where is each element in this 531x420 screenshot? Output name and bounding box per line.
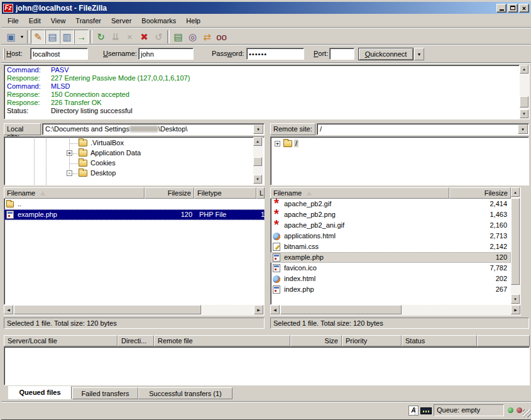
tree-item-label[interactable]: .VirtualBox [89, 139, 125, 146]
menu-item-transfer[interactable]: Transfer [70, 16, 106, 26]
menu-item-edit[interactable]: Edit [24, 16, 46, 26]
toggle-local-tree-button[interactable]: ▤ [45, 30, 60, 44]
scroll-up-arrow[interactable]: ▲ [511, 187, 520, 197]
local-column-header-filetype[interactable]: Filetype [194, 187, 256, 199]
port-input[interactable] [329, 48, 354, 60]
queue-column-status[interactable]: Status [402, 335, 477, 346]
queue-column-priority[interactable]: Priority [342, 335, 402, 346]
tree-expander-icon[interactable]: + [275, 141, 280, 146]
local-site-combo[interactable]: C:\Documents and Settings\Desktop\ ▼ [42, 123, 265, 135]
local-file-row[interactable]: .. [4, 199, 265, 209]
message-log: Command:PASVResponse:227 Entering Passiv… [4, 65, 520, 119]
directory-comparison-button[interactable]: ◎ [185, 30, 200, 44]
tree-item-label[interactable]: Cookies [89, 159, 117, 167]
tree-expander-icon[interactable]: + [67, 150, 72, 156]
local-column-header-filesize[interactable]: Filesize [145, 187, 194, 199]
chevron-down-icon[interactable]: ▼ [253, 124, 263, 134]
remote-list-hscrollbar[interactable]: ◀ ▶ [270, 305, 521, 316]
scroll-thumb[interactable] [280, 305, 402, 314]
remote-file-row[interactable]: *apache_pb2_ani.gif2,160 [270, 220, 511, 231]
scroll-left-arrow[interactable]: ◀ [270, 305, 280, 314]
queue-column-size[interactable]: Size [290, 335, 342, 346]
close-button[interactable]: × [519, 4, 529, 13]
local-tree-scrollbar[interactable]: ▲ ▼ [253, 137, 263, 185]
scroll-thumb[interactable] [520, 96, 528, 108]
local-list-hscrollbar[interactable]: ◀ ▶ [4, 305, 265, 316]
remote-file-row[interactable]: example.php120 [270, 252, 511, 263]
scroll-thumb[interactable] [511, 198, 520, 285]
filter-button[interactable]: ▤ [171, 30, 185, 44]
scroll-thumb[interactable] [253, 157, 262, 166]
queue-column-directi[interactable]: Directi... [118, 335, 154, 346]
toggle-remote-tree-button[interactable]: ▥ [60, 30, 74, 44]
minimize-button[interactable] [496, 4, 506, 13]
local-tree-item-cookies[interactable]: Cookies [4, 158, 264, 169]
menu-item-server[interactable]: Server [106, 16, 136, 26]
synchronized-browsing-button[interactable]: ⇄ [200, 30, 214, 44]
log-line-text: 226 Transfer OK [51, 99, 102, 107]
filezilla-logo-icon[interactable]: Fz [3, 4, 13, 13]
queue-column-blank[interactable] [477, 335, 530, 346]
remote-file-row[interactable]: bitnami.css2,142 [270, 241, 511, 252]
local-tree-item-application-data[interactable]: +Application Data [4, 148, 264, 158]
password-input[interactable] [246, 48, 304, 60]
remote-file-row[interactable]: index.html202 [270, 274, 511, 284]
local-file-row[interactable]: example.php120PHP File1 [4, 209, 265, 220]
sort-ascending-icon [307, 191, 312, 196]
remote-column-header-filesize[interactable]: Filesize [449, 187, 511, 199]
quickconnect-button[interactable]: Quickconnect [358, 48, 413, 60]
tree-item-label[interactable]: Desktop [89, 169, 117, 177]
tab-failed-transfers[interactable]: Failed transfers [72, 387, 138, 399]
maximize-button[interactable] [508, 4, 518, 13]
tab-queued-files[interactable]: Queued files [8, 386, 72, 399]
cancel-button: × [123, 30, 137, 44]
scroll-down-arrow[interactable]: ▼ [253, 175, 262, 184]
tree-expander-icon[interactable]: - [67, 170, 72, 176]
remote-column-header-filename[interactable]: Filename [270, 187, 449, 199]
local-column-header-l[interactable]: L [256, 187, 265, 199]
local-tree-item-desktop[interactable]: -Desktop [4, 169, 264, 179]
scroll-up-arrow[interactable]: ▲ [520, 65, 528, 74]
tree-item-label[interactable]: / [294, 140, 298, 147]
menu-item-file[interactable]: File [3, 16, 24, 26]
scroll-left-arrow[interactable]: ◀ [4, 305, 13, 314]
log-scrollbar[interactable]: ▲ ▼ [520, 65, 530, 119]
quickconnect-dropdown-arrow[interactable]: ▼ [414, 48, 424, 60]
site-manager-dropdown-arrow[interactable]: ▼ [18, 30, 26, 44]
menu-item-bookmarks[interactable]: Bookmarks [136, 16, 181, 26]
remote-site-combo[interactable]: / ▼ [317, 123, 529, 135]
chevron-down-icon[interactable]: ▼ [518, 124, 528, 134]
remote-file-row[interactable]: index.php267 [270, 284, 511, 295]
menu-item-view[interactable]: View [46, 16, 71, 26]
scroll-right-arrow[interactable]: ▶ [511, 305, 520, 314]
queue-column-remote-file[interactable]: Remote file [154, 335, 290, 346]
scroll-thumb[interactable] [14, 305, 201, 314]
remote-tree-item-item[interactable]: +/ [271, 139, 528, 149]
remote-file-row[interactable]: applications.html2,713 [270, 231, 511, 241]
tree-item-label[interactable]: Application Data [89, 149, 142, 157]
disconnect-button[interactable]: ✖ [137, 30, 151, 44]
username-input[interactable] [138, 48, 194, 60]
tab-successful-transfers-1[interactable]: Successful transfers (1) [138, 387, 233, 399]
remote-file-row[interactable]: *apache_pb2.png1,463 [270, 209, 511, 220]
resize-grip[interactable] [523, 409, 531, 417]
menu-item-help[interactable]: Help [181, 16, 205, 26]
toggle-message-log-button[interactable]: ✎ [31, 30, 45, 44]
scroll-down-arrow[interactable]: ▼ [511, 294, 520, 304]
local-column-header-filename[interactable]: Filename [4, 187, 145, 199]
scroll-up-arrow[interactable]: ▲ [253, 137, 262, 146]
queue-column-server-local-file[interactable]: Server/Local file [4, 335, 118, 346]
host-input[interactable] [30, 48, 88, 60]
scroll-down-arrow[interactable]: ▼ [520, 109, 528, 118]
site-manager-button[interactable]: ▣ [4, 30, 18, 44]
refresh-button[interactable]: ↻ [94, 30, 108, 44]
toggle-queue-button[interactable]: → [74, 30, 89, 44]
scroll-right-arrow[interactable]: ▶ [254, 305, 263, 314]
remote-list-vscrollbar[interactable]: ▲ ▼ [511, 187, 521, 305]
find-files-button[interactable]: oo [214, 30, 229, 44]
window-titlebar[interactable]: Fz john@localhost - FileZilla × [2, 2, 530, 14]
toolbar-grip[interactable] [3, 48, 5, 60]
local-tree-item-virtualbox[interactable]: .VirtualBox [4, 138, 264, 148]
remote-file-row[interactable]: favicon.ico7,782 [270, 263, 511, 274]
remote-file-row[interactable]: *apache_pb2.gif2,414 [270, 199, 511, 209]
